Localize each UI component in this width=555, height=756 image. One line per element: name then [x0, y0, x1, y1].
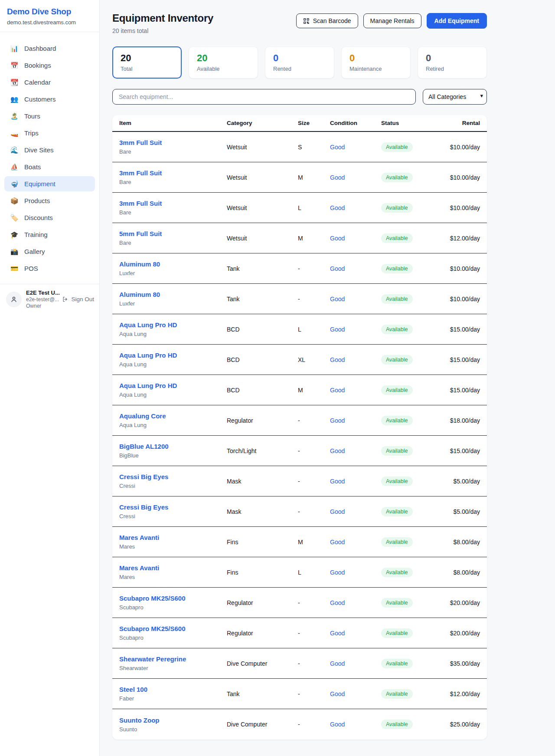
item-name-link[interactable]: 3mm Full Suit	[119, 200, 227, 208]
item-name-link[interactable]: Mares Avanti	[119, 564, 227, 572]
item-name-link[interactable]: 3mm Full Suit	[119, 139, 227, 147]
item-name-link[interactable]: Cressi Big Eyes	[119, 473, 227, 481]
search-input[interactable]	[112, 89, 416, 105]
item-name-link[interactable]: Shearwater Peregrine	[119, 655, 227, 664]
item-condition: Good	[330, 356, 381, 363]
category-select[interactable]: All Categories	[423, 89, 487, 105]
package-icon: 📦	[10, 197, 19, 204]
stat-value: 0	[426, 53, 479, 63]
item-category: Mask	[227, 508, 298, 515]
header-actions: Scan Barcode Manage Rentals Add Equipmen…	[296, 13, 487, 29]
item-rental-rate: $10.00/day	[442, 204, 480, 211]
sidebar-item-dive-sites[interactable]: 🌊 Dive Sites	[4, 142, 95, 158]
sign-out-button[interactable]: Sign Out	[62, 296, 94, 302]
item-category: Wetsuit	[227, 144, 298, 151]
stat-card-rented[interactable]: 0 Rented	[265, 46, 334, 79]
item-name-link[interactable]: Aqualung Core	[119, 412, 227, 421]
item-rental-rate: $10.00/day	[442, 265, 480, 272]
stat-card-total[interactable]: 20 Total	[112, 46, 182, 79]
brand-title[interactable]: Demo Dive Shop	[7, 7, 92, 16]
sidebar-item-bookings[interactable]: 📅 Bookings	[4, 58, 95, 73]
item-name-link[interactable]: Steel 100	[119, 686, 227, 694]
sidebar-item-pos[interactable]: 💳 POS	[4, 261, 95, 276]
item-size: -	[298, 508, 330, 515]
status-cell: Available	[381, 537, 442, 547]
sidebar-item-calendar[interactable]: 📆 Calendar	[4, 75, 95, 90]
item-cell: Suunto Zoop Suunto	[119, 717, 227, 733]
item-name-link[interactable]: Aqua Lung Pro HD	[119, 352, 227, 360]
stat-card-available[interactable]: 20 Available	[189, 46, 258, 79]
item-category: BCD	[227, 356, 298, 363]
item-rental-rate: $8.00/day	[442, 539, 480, 546]
table-row: Scubapro MK25/S600 Scubapro Regulator - …	[112, 588, 487, 618]
table-header: Item Category Size Condition Status Rent…	[112, 115, 487, 132]
item-brand: Aqua Lung	[119, 422, 227, 428]
item-name-link[interactable]: 3mm Full Suit	[119, 169, 227, 177]
item-name-link[interactable]: Suunto Zoop	[119, 717, 227, 725]
table-row: BigBlue AL1200 BigBlue Torch/Light - Goo…	[112, 436, 487, 466]
item-name-link[interactable]: Aluminum 80	[119, 260, 227, 269]
manage-rentals-button[interactable]: Manage Rentals	[363, 13, 421, 28]
item-name-link[interactable]: BigBlue AL1200	[119, 443, 227, 451]
item-rental-rate: $15.00/day	[442, 447, 480, 454]
sign-out-label: Sign Out	[71, 296, 94, 302]
item-brand: Bare	[119, 148, 227, 155]
sidebar-item-discounts[interactable]: 🏷️ Discounts	[4, 210, 95, 225]
item-brand: Bare	[119, 209, 227, 216]
scan-barcode-button[interactable]: Scan Barcode	[296, 13, 358, 28]
item-name-link[interactable]: Mares Avanti	[119, 534, 227, 542]
item-brand: Bare	[119, 179, 227, 185]
table-row: 5mm Full Suit Bare Wetsuit M Good Availa…	[112, 223, 487, 253]
table-row: Steel 100 Faber Tank - Good Available $1…	[112, 679, 487, 709]
item-cell: Mares Avanti Mares	[119, 534, 227, 550]
status-badge: Available	[381, 689, 413, 699]
sidebar-item-products[interactable]: 📦 Products	[4, 193, 95, 208]
item-size: -	[298, 447, 330, 454]
sidebar-item-customers[interactable]: 👥 Customers	[4, 92, 95, 107]
column-header-item: Item	[119, 120, 227, 126]
item-name-link[interactable]: 5mm Full Suit	[119, 230, 227, 238]
item-size: XL	[298, 356, 330, 363]
item-name-link[interactable]: Cressi Big Eyes	[119, 503, 227, 512]
status-cell: Available	[381, 385, 442, 395]
add-equipment-button[interactable]: Add Equipment	[427, 13, 487, 29]
status-badge: Available	[381, 568, 413, 577]
stat-label: Retired	[426, 66, 479, 72]
sidebar-item-tours[interactable]: 🏝️ Tours	[4, 108, 95, 124]
stat-label: Maintenance	[349, 66, 402, 72]
status-badge: Available	[381, 477, 413, 486]
item-name-link[interactable]: Scubapro MK25/S600	[119, 625, 227, 633]
status-cell: Available	[381, 689, 442, 699]
table-row: Mares Avanti Mares Fins M Good Available…	[112, 527, 487, 557]
item-name-link[interactable]: Aqua Lung Pro HD	[119, 382, 227, 390]
sidebar-item-equipment[interactable]: 🤿 Equipment	[4, 176, 95, 191]
items-total-count: 20 items total	[112, 27, 213, 34]
item-name-link[interactable]: Scubapro MK25/S600	[119, 595, 227, 603]
sidebar-item-trips[interactable]: 🚤 Trips	[4, 125, 95, 141]
sidebar-item-dashboard[interactable]: 📊 Dashboard	[4, 41, 95, 56]
stat-card-retired[interactable]: 0 Retired	[418, 46, 487, 79]
item-brand: Scubapro	[119, 634, 227, 641]
item-category: BCD	[227, 326, 298, 333]
item-name-link[interactable]: Aqua Lung Pro HD	[119, 321, 227, 329]
sidebar-item-training[interactable]: 🎓 Training	[4, 227, 95, 242]
status-cell: Available	[381, 233, 442, 243]
item-condition: Good	[330, 204, 381, 211]
island-icon: 🏝️	[10, 113, 19, 119]
item-size: -	[298, 660, 330, 667]
item-name-link[interactable]: Aluminum 80	[119, 291, 227, 299]
item-size: L	[298, 326, 330, 333]
item-cell: 3mm Full Suit Bare	[119, 200, 227, 216]
status-cell: Available	[381, 416, 442, 425]
people-icon: 👥	[10, 96, 19, 102]
status-cell: Available	[381, 598, 442, 608]
stat-card-maintenance[interactable]: 0 Maintenance	[341, 46, 411, 79]
sidebar-item-gallery[interactable]: 📸 Gallery	[4, 244, 95, 259]
item-condition: Good	[330, 599, 381, 606]
status-badge: Available	[381, 173, 413, 182]
item-brand: Shearwater	[119, 665, 227, 671]
item-cell: Aqua Lung Pro HD Aqua Lung	[119, 321, 227, 337]
item-cell: Scubapro MK25/S600 Scubapro	[119, 595, 227, 611]
table-row: Cressi Big Eyes Cressi Mask - Good Avail…	[112, 466, 487, 496]
sidebar-item-boats[interactable]: ⛵ Boats	[4, 159, 95, 174]
